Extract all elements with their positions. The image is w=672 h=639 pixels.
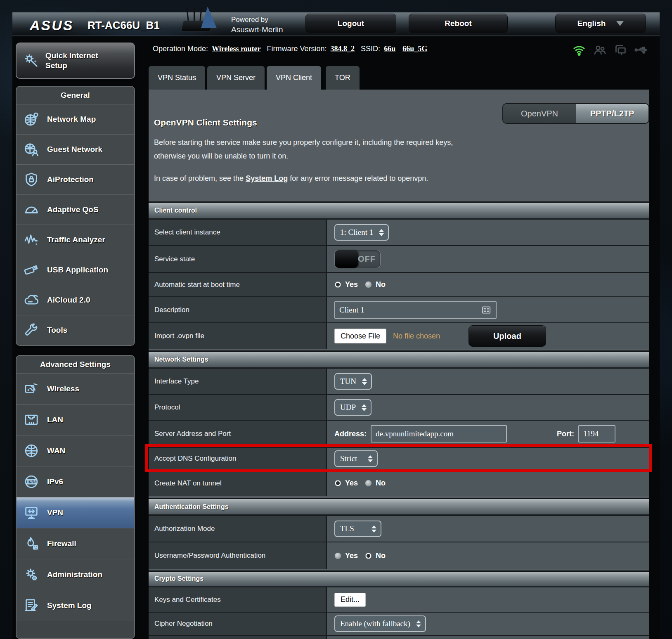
ssid-link-5g[interactable]: 66u_5G [402,45,427,53]
auto-start-no-radio[interactable] [365,281,372,288]
app-frame: ASUS RT-AC66U_B1 Powered by Asuswrt-Merl… [12,12,660,639]
sidebar-item-ipv6[interactable]: IPV6 IPv6 [17,466,134,497]
sidebar-item-traffic-analyzer[interactable]: Traffic Analyzer [17,225,134,255]
description-label: Description [149,297,327,322]
sidebar-item-aiprotection[interactable]: AiProtection [17,164,134,194]
chevron-down-icon [616,21,624,26]
firmware-label: Firmware Version: [267,45,327,53]
vpn-icon [22,504,40,522]
choose-file-button[interactable]: Choose File [334,329,386,343]
sidebar-item-adaptive-qos[interactable]: Adaptive QoS [17,194,134,225]
sidebar-item-lan[interactable]: LAN [17,404,134,435]
row-userpass-auth: Username/Password Authentication Yes No [149,542,649,569]
sidebar-item-wireless[interactable]: Wireless [17,373,134,404]
sidebar-item-firewall[interactable]: Firewall [17,528,134,559]
wireless-icon [22,380,40,398]
sidebar-item-guest-network[interactable]: Guest Network [17,134,134,164]
sidebar-item-system-log[interactable]: System Log [17,590,134,621]
create-nat-no-radio[interactable] [365,480,372,487]
merlin-hat-graphic [201,7,217,28]
ssid-link-24g[interactable]: 66u [384,45,395,53]
logout-button[interactable]: Logout [305,14,396,33]
interface-type-label: Interface Type [149,369,327,394]
section-crypto-settings: Crypto Settings [149,570,649,587]
cipher-negotiation-label: Cipher Negotiation [149,613,327,635]
edit-keys-button[interactable]: Edit... [334,593,366,607]
updown-arrows-icon [379,229,384,236]
powered-by: Powered by Asuswrt-Merlin [231,15,283,35]
row-cipher-negotiation: Cipher Negotiation Enable (with fallback… [149,612,649,635]
reboot-button[interactable]: Reboot [409,14,508,33]
usb-application-icon [22,261,40,279]
firewall-icon [22,535,40,553]
problem-text: In case of problem, see the System Log f… [154,174,428,183]
tab-tor[interactable]: TOR [326,66,360,90]
userpass-yes-radio[interactable] [334,552,341,559]
row-create-nat: Create NAT on tunnel Yes No [149,469,649,496]
row-keys-certificates: Keys and Certificates Edit... [149,587,649,612]
section-authentication-settings: Authentication Settings [149,498,649,515]
keys-certificates-label: Keys and Certificates [149,587,327,612]
userpass-auth-label: Username/Password Authentication [149,542,327,569]
service-state-toggle[interactable]: OFF [334,250,381,268]
description-input[interactable]: Client 1 [334,301,497,319]
address-inline-label: Address: [334,430,367,438]
wifi-icon[interactable] [572,43,586,57]
aiprotection-icon [22,170,40,189]
tab-vpn-server[interactable]: VPN Server [207,66,265,90]
traffic-analyzer-icon [22,231,40,249]
service-state-label: Service state [149,246,327,272]
tab-vpn-client[interactable]: VPN Client [267,66,321,90]
interface-type-select[interactable]: TUN [334,373,372,390]
system-log-icon [22,596,40,615]
row-description: Description Client 1 [149,296,649,322]
svg-text:IPV6: IPV6 [27,480,36,484]
create-nat-yes-radio[interactable] [334,480,341,487]
client-instance-select[interactable]: 1: Client 1 [334,224,389,241]
usb-icon[interactable] [634,43,648,57]
accept-dns-label: Accept DNS Configuration [149,448,327,469]
server-port-input[interactable]: 1194 [578,425,615,443]
server-address-input[interactable]: de.vpnunlimitedapp.com [371,425,507,443]
cipher-negotiation-select[interactable]: Enable (with fallback) [334,615,426,632]
guest-network-icon [22,140,40,159]
asus-logo: ASUS [30,17,73,33]
userpass-no-radio[interactable] [365,552,372,559]
quick-internet-setup-button[interactable]: Quick InternetSetup [16,43,135,79]
sidebar-item-aicloud[interactable]: AiCloud 2.0 [17,285,134,315]
sidebar-item-administration[interactable]: Administration [17,559,134,590]
updown-arrows-icon [371,525,376,532]
adaptive-qos-icon [22,201,40,219]
sidebar-item-vpn[interactable]: VPN [17,497,134,528]
sidebar-item-usb-application[interactable]: USB Application [17,255,134,285]
system-log-link[interactable]: System Log [246,174,288,182]
firmware-link[interactable]: 384.8_2 [331,45,355,53]
row-import-ovpn: Import .ovpn file Choose File No file ch… [149,322,649,349]
auto-start-yes-radio[interactable] [334,281,341,288]
accept-dns-select[interactable]: Strict [334,450,378,467]
clients-icon[interactable] [593,43,607,57]
language-dropdown[interactable]: English [555,14,646,33]
ssid-label: SSID: [361,45,380,53]
network-map-icon [22,110,40,128]
server-address-label: Server Address and Port [149,421,327,447]
pptp-l2tp-toggle-button[interactable]: PPTP/L2TP [576,104,648,123]
row-protocol: Protocol UDP [149,394,649,420]
sidebar-section-advanced: Advanced Settings Wireless LAN WAN [16,355,135,639]
sidebar-item-network-map[interactable]: Network Map [17,104,134,134]
sidebar-item-tools[interactable]: Tools [17,315,134,345]
openvpn-toggle-button[interactable]: OpenVPN [503,104,576,123]
import-ovpn-label: Import .ovpn file [149,323,327,349]
tab-vpn-status[interactable]: VPN Status [149,66,205,90]
upload-button[interactable]: Upload [469,325,546,347]
protocol-select[interactable]: UDP [334,399,371,416]
vpn-type-toggle: OpenVPN PPTP/L2TP [502,103,649,124]
sidebar-item-wan[interactable]: WAN [17,435,134,466]
updown-arrows-icon [362,378,367,385]
display-sync-icon[interactable] [613,43,627,57]
operation-mode-link[interactable]: Wireless router [212,45,260,53]
sidebar-section-general: General Network Map Guest Network AiProt… [16,86,135,346]
operation-mode-label: Operation Mode: [153,45,208,53]
row-server-address-port: Server Address and Port Address: de.vpnu… [149,420,649,447]
authorization-mode-select[interactable]: TLS [334,521,381,537]
